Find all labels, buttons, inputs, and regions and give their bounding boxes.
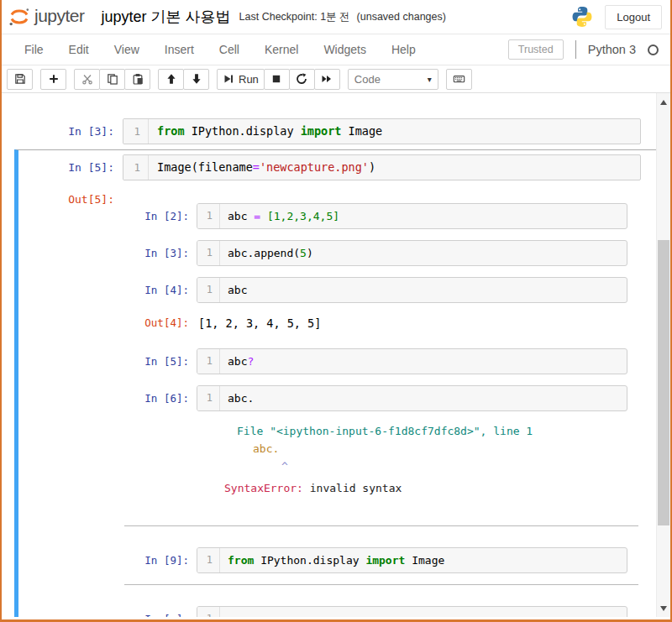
- logout-button[interactable]: Logout: [605, 5, 662, 29]
- embedded-line-number: 1: [197, 386, 220, 410]
- traceback-error-message: SyntaxError: invalid syntax: [224, 479, 641, 497]
- embedded-output-text: [1, 2, 3, 4, 5, 5]: [197, 314, 321, 332]
- output-image[interactable]: In [2]:1abc = [1,2,3,4,5]In [3]:1abc.app…: [123, 186, 641, 617]
- code-token: [1,2,3,4,5]: [267, 210, 339, 222]
- code-token: ?: [247, 355, 254, 368]
- keyboard-icon: [453, 73, 465, 85]
- embedded-code-cell: In [3]:1abc.append(5): [123, 240, 641, 266]
- trusted-button[interactable]: Trusted: [508, 39, 564, 60]
- code-line: from IPython.display import Image: [149, 119, 382, 144]
- menu-items: FileEditViewInsertCellKernelWidgetsHelp: [12, 35, 428, 64]
- paste-icon: [132, 73, 144, 85]
- move-cell-down-button[interactable]: [183, 69, 209, 90]
- toolbar-button-group: [40, 69, 66, 90]
- embedded-line-number: 1: [197, 607, 220, 617]
- unsaved-changes-indicator: (unsaved changes): [357, 11, 446, 23]
- keyboard-group: [446, 69, 472, 90]
- command-palette-button[interactable]: [446, 69, 472, 90]
- floppy-icon: [14, 73, 26, 85]
- run-button[interactable]: Run: [217, 69, 265, 90]
- code-cell[interactable]: In [3]: 1 from IPython.display import Im…: [14, 118, 656, 144]
- scroll-up-button[interactable]: [657, 96, 670, 108]
- error-message: invalid syntax: [303, 482, 402, 494]
- embedded-input-prompt: In [ ]:: [123, 606, 197, 617]
- embedded-code-input: 1abc = [1,2,3,4,5]: [197, 203, 627, 229]
- restart-kernel-button[interactable]: [289, 69, 315, 90]
- code-token: abc.: [228, 392, 254, 405]
- menu-item-edit[interactable]: Edit: [56, 35, 102, 64]
- cell-list: In [3]: 1 from IPython.display import Im…: [2, 93, 656, 617]
- embedded-line-number: 1: [197, 278, 220, 302]
- selected-code-cell[interactable]: In [5]: 1 Image(filename='newcapture.png…: [14, 149, 656, 617]
- kernel-status-icon: [648, 44, 659, 55]
- code-token: =: [253, 160, 260, 174]
- embedded-code-line: [220, 607, 228, 617]
- code-token: import: [301, 124, 342, 138]
- toolbar-button-group: [158, 69, 209, 90]
- embedded-code-line: abc.append(5): [220, 241, 313, 265]
- vertical-divider: [575, 40, 576, 59]
- code-token: IPython.display: [254, 554, 365, 567]
- triangle-down-icon: [660, 606, 667, 611]
- refresh-icon: [296, 73, 307, 85]
- code-input[interactable]: 1 Image(filename='newcapture.png'): [123, 154, 641, 180]
- paste-cell-button[interactable]: [124, 69, 150, 90]
- embedded-input-prompt: In [2]:: [123, 203, 197, 229]
- code-input[interactable]: 1 from IPython.display import Image: [123, 118, 641, 144]
- code-token: import: [365, 554, 405, 567]
- save-button[interactable]: [7, 69, 33, 90]
- code-token: Image: [405, 554, 444, 567]
- menu-item-view[interactable]: View: [102, 35, 152, 64]
- error-name: SyntaxError:: [224, 482, 303, 494]
- jupyter-logo[interactable]: jupyter: [8, 6, 85, 28]
- cut-cell-button[interactable]: [74, 69, 100, 90]
- interrupt-kernel-button[interactable]: [264, 69, 290, 90]
- code-token: 'newcapture.png': [260, 160, 369, 174]
- embedded-code-input: 1: [197, 606, 627, 617]
- scroll-down-button[interactable]: [657, 602, 670, 614]
- embedded-code-input: 1abc.: [197, 385, 627, 411]
- toolbar: Run Code ▾: [2, 65, 670, 93]
- fast-forward-icon: [321, 73, 333, 85]
- embedded-input-prompt: In [5]:: [123, 348, 197, 374]
- code-token: ): [369, 160, 375, 174]
- traceback-caret: ^: [224, 457, 641, 475]
- toolbar-button-group: Run: [217, 69, 340, 90]
- move-cell-up-button[interactable]: [158, 69, 184, 90]
- embedded-cell-divider: [124, 525, 638, 526]
- menu-item-kernel[interactable]: Kernel: [252, 35, 311, 64]
- embedded-input-prompt: In [3]:: [123, 240, 197, 266]
- toolbar-button-group: [74, 69, 150, 90]
- python-logo-icon: [571, 6, 593, 28]
- cell-type-dropdown[interactable]: Code ▾: [348, 69, 438, 90]
- scrollbar[interactable]: [656, 93, 670, 617]
- embedded-error-output: File "<ipython-input-6-f1d8cf7dfc8d>", l…: [224, 422, 641, 497]
- restart-run-all-button[interactable]: [314, 69, 340, 90]
- menu-item-help[interactable]: Help: [379, 35, 428, 64]
- embedded-code-line: abc: [220, 278, 247, 302]
- arrow-up-icon: [165, 73, 177, 85]
- menu-item-widgets[interactable]: Widgets: [311, 35, 379, 64]
- embedded-input-prompt: In [6]:: [123, 385, 197, 411]
- embedded-line-number: 1: [197, 548, 220, 572]
- embedded-output-prompt: Out[4]:: [123, 314, 197, 332]
- line-number: 1: [123, 155, 149, 180]
- embedded-notebook: In [2]:1abc = [1,2,3,4,5]In [3]:1abc.app…: [123, 186, 641, 617]
- embedded-code-cell: In [ ]:1: [123, 606, 641, 617]
- code-line: Image(filename='newcapture.png'): [149, 155, 375, 180]
- insert-cell-below-button[interactable]: [40, 69, 66, 90]
- code-token: abc: [228, 210, 254, 222]
- copy-cell-button[interactable]: [99, 69, 125, 90]
- scrollbar-thumb[interactable]: [658, 240, 669, 525]
- menu-item-cell[interactable]: Cell: [207, 35, 252, 64]
- embedded-line-number: 1: [197, 204, 220, 228]
- embedded-code-cell: In [4]:1abc: [123, 277, 641, 303]
- jupyter-logo-text: jupyter: [34, 7, 85, 27]
- embedded-code-line: from IPython.display import Image: [220, 548, 444, 572]
- code-token: from: [228, 554, 254, 567]
- scissors-icon: [81, 73, 93, 85]
- notebook-title[interactable]: jupyter 기본 사용법: [102, 7, 231, 27]
- traceback-code-line: abc.: [224, 440, 641, 457]
- menu-item-file[interactable]: File: [12, 35, 56, 64]
- menu-item-insert[interactable]: Insert: [152, 35, 207, 64]
